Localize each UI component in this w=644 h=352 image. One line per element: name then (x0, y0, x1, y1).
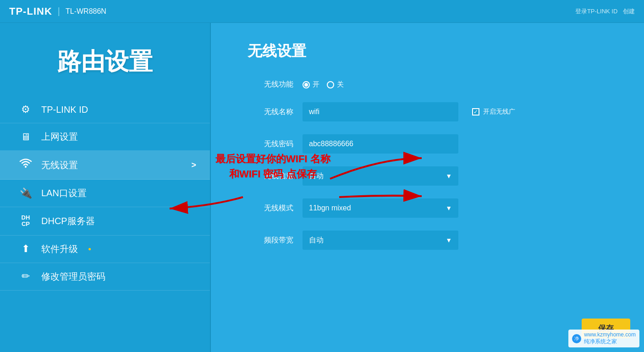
ssid-input[interactable] (303, 102, 458, 121)
sidebar-label-wireless: 无线设置 (41, 159, 78, 171)
brand-name: TP-LINK (9, 6, 52, 17)
password-input[interactable] (303, 134, 458, 154)
wireless-function-row: 无线功能 开 关 (248, 80, 616, 89)
broadcast-checkbox-group: 开启无线广 (472, 108, 515, 116)
upload-icon: ⬆ (18, 243, 33, 255)
radio-on-circle (303, 81, 310, 88)
sidebar-item-lan[interactable]: 🔌 LAN口设置 (0, 180, 210, 207)
mode-value: 11bgn mixed (309, 204, 351, 212)
channel-arrow: ▼ (446, 172, 452, 180)
header: TP-LINK | TL-WR886N 登录TP-LINK ID 创建 (0, 0, 644, 23)
sidebar-label-dhcp: DHCP服务器 (41, 215, 95, 227)
channel-label: 无线信道 (248, 171, 293, 181)
header-links: 登录TP-LINK ID 创建 (572, 7, 635, 16)
svg-point-0 (25, 166, 27, 168)
upgrade-badge: ● (88, 246, 91, 252)
main-layout: 路由设置 ⚙ TP-LINK ID 🖥 上网设置 无线设置 > (0, 23, 644, 352)
sidebar-title: 路由设置 (0, 46, 210, 78)
sidebar-item-upgrade[interactable]: ⬆ 软件升级 ● (0, 236, 210, 263)
broadcast-checkbox[interactable] (472, 108, 479, 116)
mode-arrow: ▼ (446, 204, 452, 212)
main-content: 无线设置 无线功能 开 关 无线名称 开启无线广 (211, 23, 644, 352)
watermark-site: www.kzmyhome.com (584, 331, 636, 338)
gear-icon: ⚙ (18, 104, 33, 116)
radio-on[interactable]: 开 (303, 80, 319, 89)
header-logo: TP-LINK | TL-WR886N (9, 6, 106, 17)
radio-on-label: 开 (313, 80, 319, 89)
bandwidth-value: 自动 (309, 236, 324, 245)
sidebar: 路由设置 ⚙ TP-LINK ID 🖥 上网设置 无线设置 > (0, 23, 211, 352)
watermark: 净 www.kzmyhome.com 纯净系统之家 (568, 330, 639, 347)
mode-select[interactable]: 11bgn mixed ▼ (303, 198, 458, 218)
create-link[interactable]: 创建 (623, 8, 635, 15)
ssid-row: 无线名称 开启无线广 (248, 102, 616, 121)
radio-off-circle (327, 81, 334, 88)
edit-icon: ✏ (18, 270, 33, 282)
bandwidth-row: 频段带宽 自动 ▼ (248, 231, 616, 250)
watermark-text: 纯净系统之家 (584, 338, 636, 346)
wireless-function-radio-group: 开 关 (303, 80, 344, 89)
bandwidth-label: 频段带宽 (248, 236, 293, 245)
channel-select[interactable]: 自动 ▼ (303, 166, 458, 186)
sidebar-item-password[interactable]: ✏ 修改管理员密码 (0, 263, 210, 291)
sidebar-label-password: 修改管理员密码 (41, 270, 105, 283)
password-label: 无线密码 (248, 139, 293, 149)
sidebar-item-tplink-id[interactable]: ⚙ TP-LINK ID (0, 96, 210, 123)
mode-label: 无线模式 (248, 204, 293, 213)
page-title: 无线设置 (248, 41, 616, 61)
bandwidth-arrow: ▼ (446, 236, 452, 244)
channel-row: 无线信道 自动 ▼ (248, 166, 616, 186)
sidebar-label-upgrade: 软件升级 (41, 243, 78, 255)
wireless-arrow: > (191, 160, 196, 170)
bandwidth-select[interactable]: 自动 ▼ (303, 231, 458, 250)
channel-value: 自动 (309, 171, 324, 181)
radio-off-label: 关 (337, 80, 344, 89)
sidebar-item-internet[interactable]: 🖥 上网设置 (0, 123, 210, 151)
watermark-label: www.kzmyhome.com 纯净系统之家 (584, 331, 636, 346)
logo-divider: | (58, 6, 60, 16)
watermark-icon: 净 (572, 334, 581, 343)
broadcast-label: 开启无线广 (483, 108, 515, 116)
sidebar-label-internet: 上网设置 (41, 131, 78, 143)
sidebar-label-tplink-id: TP-LINK ID (41, 104, 88, 115)
mode-row: 无线模式 11bgn mixed ▼ (248, 198, 616, 218)
sidebar-item-wireless[interactable]: 无线设置 > (0, 151, 210, 180)
monitor-icon: 🖥 (18, 131, 33, 143)
radio-off[interactable]: 关 (327, 80, 344, 89)
ssid-label: 无线名称 (248, 107, 293, 117)
sidebar-label-lan: LAN口设置 (41, 187, 87, 199)
wireless-function-label: 无线功能 (248, 80, 293, 89)
wifi-icon (18, 158, 33, 172)
login-link[interactable]: 登录TP-LINK ID (575, 8, 617, 15)
model-name: TL-WR886N (66, 7, 106, 16)
sidebar-item-dhcp[interactable]: DH CP DHCP服务器 (0, 207, 210, 236)
network-icon: 🔌 (18, 187, 33, 199)
dhcp-icon: DH CP (18, 214, 33, 228)
password-row: 无线密码 (248, 134, 616, 154)
